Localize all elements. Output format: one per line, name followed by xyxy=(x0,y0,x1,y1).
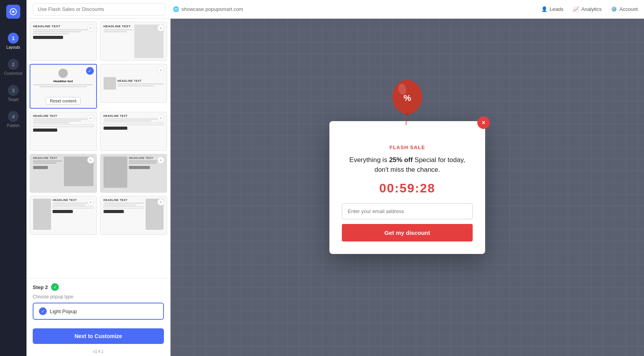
account-label: Account xyxy=(619,6,638,12)
globe-icon: 🌐 xyxy=(173,6,179,12)
gear-icon: ⚙️ xyxy=(611,6,617,12)
layout-panel: HEADLINE TEXT × HEADLINE TEXT xyxy=(26,19,171,356)
close-badge-6[interactable]: × xyxy=(157,115,164,122)
search-input[interactable] xyxy=(33,3,165,16)
version-label: v1.4.1 xyxy=(26,349,170,356)
svg-text:%: % xyxy=(403,93,411,103)
close-badge-8[interactable]: × xyxy=(157,157,164,164)
account-button[interactable]: ⚙️ Account xyxy=(611,6,638,12)
balloon-decoration: % xyxy=(390,78,425,125)
layout-card-6[interactable]: Headline text × xyxy=(100,112,167,151)
step-label-customize: Customize xyxy=(4,71,22,76)
step-label-layouts: Layouts xyxy=(6,45,20,49)
step2-check-icon: ✓ xyxy=(51,283,59,291)
svg-point-5 xyxy=(406,113,409,115)
leads-label: Leads xyxy=(550,6,563,12)
close-badge-9[interactable]: × xyxy=(87,199,94,206)
next-btn-container: Next to Customize xyxy=(26,324,170,349)
close-badge-5[interactable]: × xyxy=(87,115,94,122)
popup-type-check-icon: ✓ xyxy=(39,307,47,315)
layout-card-8[interactable]: Headline text × xyxy=(100,154,167,193)
content-area: HEADLINE TEXT × HEADLINE TEXT xyxy=(26,19,644,356)
nav-step-layouts[interactable]: 1 Layouts xyxy=(0,28,26,54)
step2-header: Step 2 ✓ xyxy=(33,283,164,291)
popup-timer: 00:59:28 xyxy=(342,181,473,196)
nav-sidebar: 1 Layouts 2 Customize 3 Target 4 Publish xyxy=(0,0,26,356)
topbar: 🌐 showcase.popupsmart.com 👤 Leads 📈 Anal… xyxy=(26,0,644,19)
popup-modal: % × FLASH SALE Everything is 25% off Spe… xyxy=(329,121,485,254)
close-badge-2[interactable]: × xyxy=(157,25,164,32)
logo[interactable] xyxy=(6,5,20,19)
layout-card-3[interactable]: Headline text ✓ Reset content xyxy=(30,64,97,109)
popup-headline: Everything is 25% off Special for today,… xyxy=(342,155,473,175)
layout-card-1[interactable]: HEADLINE TEXT × xyxy=(30,22,97,61)
layout-card-4[interactable]: Headline text × xyxy=(100,64,167,103)
close-badge-10[interactable]: × xyxy=(157,199,164,206)
step2-section: Step 2 ✓ Choose popup type ✓ Light Popup xyxy=(26,278,170,324)
close-badge-1[interactable]: × xyxy=(87,25,94,32)
svg-point-1 xyxy=(12,11,14,13)
layout-card-7[interactable]: Headline text × xyxy=(30,154,97,193)
step-num-4: 4 xyxy=(8,111,19,122)
leads-button[interactable]: 👤 Leads xyxy=(541,6,563,12)
step-num-1: 1 xyxy=(8,33,19,44)
step-label-publish: Publish xyxy=(7,123,20,128)
flash-sale-label: FLASH SALE xyxy=(342,145,473,150)
preview-area: % × FLASH SALE Everything is 25% off Spe… xyxy=(171,19,644,356)
check-badge-3: ✓ xyxy=(86,67,94,75)
step2-label: Step 2 xyxy=(33,284,48,290)
step-num-2: 2 xyxy=(8,59,19,70)
close-badge-4[interactable]: × xyxy=(157,67,164,74)
step-label-target: Target xyxy=(8,97,19,102)
nav-step-target[interactable]: 3 Target xyxy=(0,80,26,106)
url-text: showcase.popupsmart.com xyxy=(181,6,243,12)
analytics-button[interactable]: 📈 Analytics xyxy=(573,6,602,12)
close-icon: × xyxy=(482,119,485,126)
close-badge-7[interactable]: × xyxy=(87,157,94,164)
step-num-3: 3 xyxy=(8,85,19,96)
reset-content-button[interactable]: Reset content xyxy=(46,97,81,105)
analytics-label: Analytics xyxy=(581,6,602,12)
layout-grid: HEADLINE TEXT × HEADLINE TEXT xyxy=(26,19,170,278)
main-container: 🌐 showcase.popupsmart.com 👤 Leads 📈 Anal… xyxy=(26,0,644,356)
popup-close-button[interactable]: × xyxy=(477,116,490,129)
layout-card-5[interactable]: Headline text × xyxy=(30,112,97,151)
layout-card-10[interactable]: Headline text × xyxy=(100,196,167,235)
step2-sublabel: Choose popup type xyxy=(33,294,164,300)
nav-step-publish[interactable]: 4 Publish xyxy=(0,106,26,132)
headline-bold: 25% off xyxy=(389,156,412,164)
layout-card-9[interactable]: Headline text × xyxy=(30,196,97,235)
topbar-url: 🌐 showcase.popupsmart.com xyxy=(173,6,243,12)
topbar-right: 👤 Leads 📈 Analytics ⚙️ Account xyxy=(541,6,638,12)
headline-prefix: Everything is xyxy=(349,156,389,164)
popup-type-button[interactable]: ✓ Light Popup xyxy=(33,303,164,320)
popup-type-label: Light Popup xyxy=(50,308,77,314)
nav-step-customize[interactable]: 2 Customize xyxy=(0,54,26,80)
next-to-customize-button[interactable]: Next to Customize xyxy=(33,328,164,344)
cta-button[interactable]: Get my discount xyxy=(342,224,473,241)
leads-icon: 👤 xyxy=(541,6,547,12)
layout-card-2[interactable]: HEADLINE TEXT × xyxy=(100,22,167,61)
email-input[interactable] xyxy=(342,203,473,219)
analytics-icon: 📈 xyxy=(573,6,579,12)
